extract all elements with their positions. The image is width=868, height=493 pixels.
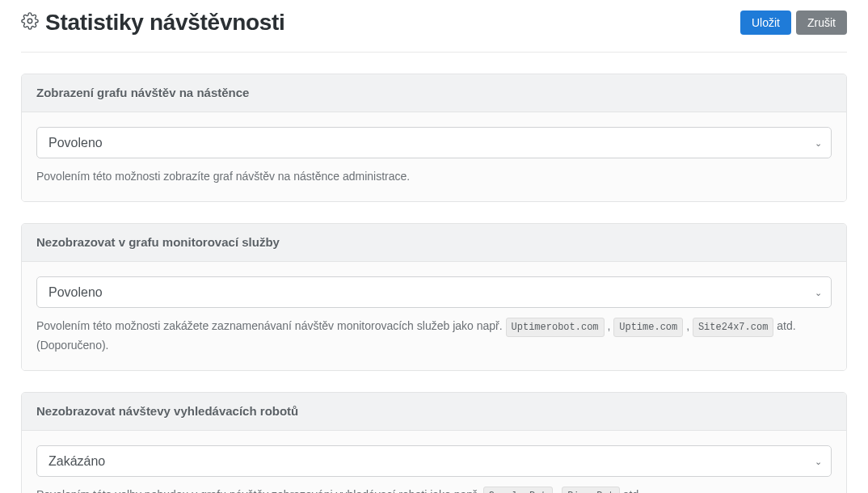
- select-wrap: Povoleno ⌄: [36, 127, 832, 158]
- panel-header: Nezobrazovat návštevy vyhledávacích robo…: [22, 393, 846, 431]
- help-prefix: Povolením této volby nebudou v grafu náv…: [36, 488, 483, 493]
- panel-monitoring-services: Nezobrazovat v grafu monitorovací služby…: [21, 223, 847, 371]
- cancel-button[interactable]: Zrušit: [796, 11, 847, 35]
- gear-icon: [21, 12, 39, 33]
- service-tag: Site24x7.com: [693, 318, 773, 337]
- page-header: Statistiky návštěvnosti Uložit Zrušit: [21, 10, 847, 53]
- select-wrap: Zakázáno ⌄: [36, 445, 832, 477]
- panel-title: Zobrazení grafu návštěv na nástěnce: [36, 86, 249, 99]
- panel-title: Nezobrazovat návštevy vyhledávacích robo…: [36, 404, 298, 418]
- panel-title: Nezobrazovat v grafu monitorovací služby: [36, 235, 280, 249]
- page-title: Statistiky návštěvnosti: [45, 10, 285, 36]
- monitoring-services-select[interactable]: Povoleno: [36, 276, 832, 308]
- dashboard-graph-select[interactable]: Povoleno: [36, 127, 832, 158]
- service-tag: Uptime.com: [613, 318, 683, 337]
- select-wrap: Povoleno ⌄: [36, 276, 832, 308]
- help-text: Povolením této možnosti zakážete zazname…: [36, 318, 832, 354]
- help-prefix: Povolením této možnosti zakážete zazname…: [36, 319, 506, 332]
- help-text: Povolením této volby nebudou v grafu náv…: [36, 487, 832, 493]
- panel-body: Povoleno ⌄ Povolením této možnosti zobra…: [22, 112, 846, 201]
- save-button[interactable]: Uložit: [740, 11, 791, 35]
- header-buttons: Uložit Zrušit: [740, 11, 847, 35]
- page-title-wrap: Statistiky návštěvnosti: [21, 10, 285, 36]
- panel-search-bots: Nezobrazovat návštevy vyhledávacích robo…: [21, 392, 847, 493]
- panel-header: Zobrazení grafu návštěv na nástěnce: [22, 74, 846, 112]
- panel-dashboard-graph: Zobrazení grafu návštěv na nástěnce Povo…: [21, 74, 847, 202]
- panel-body: Zakázáno ⌄ Povolením této volby nebudou …: [22, 431, 846, 493]
- panel-body: Povoleno ⌄ Povolením této možnosti zakáž…: [22, 262, 846, 370]
- help-text: Povolením této možnosti zobrazíte graf n…: [36, 168, 832, 185]
- bot-tag: Google Bot: [483, 487, 553, 493]
- bot-tag: Bing Bot: [562, 487, 620, 493]
- panel-header: Nezobrazovat v grafu monitorovací služby: [22, 224, 846, 262]
- help-suffix: atd.: [623, 488, 642, 493]
- service-tag: Uptimerobot.com: [506, 318, 605, 337]
- help-prefix: Povolením této možnosti zobrazíte graf n…: [36, 170, 410, 183]
- search-bots-select[interactable]: Zakázáno: [36, 445, 832, 477]
- svg-point-0: [27, 19, 32, 23]
